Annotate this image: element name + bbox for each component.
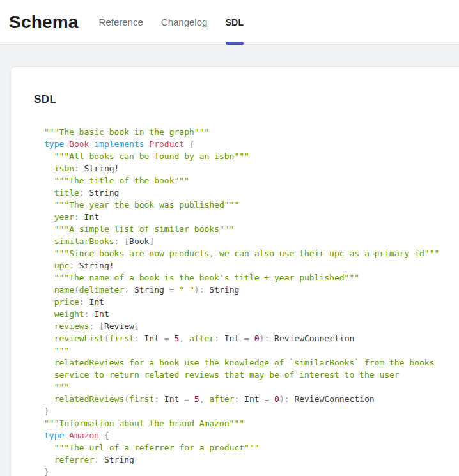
code-token: 0 (274, 394, 279, 404)
code-token: referrer (44, 455, 94, 464)
code-token (169, 334, 175, 343)
code-token: """The url of a referrer for a product""… (44, 443, 260, 452)
code-line: """ (44, 344, 446, 357)
code-token: Int (219, 334, 244, 343)
code-token: relatedReviews for a book use the knowle… (44, 358, 434, 367)
code-token: } (44, 406, 49, 416)
code-line: """Information about the brand Amazon""" (44, 417, 446, 429)
tab-bar: Reference Changelog SDL (90, 0, 253, 44)
code-line: relatedReviews(first: Int = 5, after: In… (44, 393, 446, 405)
code-token: { (189, 139, 194, 149)
code-line: """ (44, 381, 446, 393)
code-token: Book (129, 236, 149, 246)
code-token: Int (139, 334, 164, 343)
code-token: : (69, 261, 74, 270)
code-token: """All books can be found by an isbn""" (44, 151, 249, 161)
code-token: { (104, 431, 109, 440)
code-token: ReviewConnection (269, 334, 354, 343)
code-token: String! (79, 164, 120, 173)
code-token: """The title of the book""" (44, 176, 189, 185)
code-token: year (44, 212, 74, 222)
code-token: ): (260, 334, 270, 343)
code-line: """The name of a book is the book's titl… (44, 272, 446, 284)
code-token: name (44, 285, 74, 295)
code-token: : [ (114, 236, 129, 246)
sdl-heading: SDL (34, 93, 446, 107)
code-line: service to return related reviews that m… (44, 369, 446, 381)
code-line: year: Int (44, 211, 446, 223)
code-token: """Information about the brand Amazon""" (44, 418, 244, 428)
code-line: relatedReviews for a book use the knowle… (44, 357, 446, 369)
code-token: type (44, 139, 64, 149)
tab-reference[interactable]: Reference (90, 0, 152, 44)
code-token: = (169, 285, 175, 295)
code-token: similarBooks (44, 236, 114, 246)
code-token: ( (124, 394, 129, 404)
code-line: reviewList(first: Int = 5, after: Int = … (44, 332, 446, 344)
code-token: Int (239, 394, 264, 404)
code-token (184, 334, 189, 343)
code-line: similarBooks: [Book] (44, 235, 446, 247)
code-token: Int (79, 212, 99, 222)
code-token: weight (44, 309, 84, 319)
code-token: " " (179, 285, 194, 295)
code-line: title: String (44, 187, 446, 199)
code-token: , (179, 334, 184, 343)
code-token (189, 394, 194, 404)
code-token: Int (159, 394, 184, 404)
code-token: String (129, 285, 169, 295)
code-token: ] (134, 321, 139, 331)
code-token: 5 (194, 394, 199, 404)
code-line: upc: String! (44, 259, 446, 272)
code-token: first (129, 394, 154, 404)
code-token: """ (44, 346, 69, 355)
code-token: after (209, 394, 234, 404)
code-token: } (44, 467, 49, 476)
code-line: type Amazon { (44, 429, 446, 441)
code-token: after (189, 334, 214, 343)
code-token (64, 139, 69, 149)
code-token: Book (69, 139, 89, 149)
code-token: Review (104, 321, 134, 331)
code-token: price (44, 297, 79, 307)
code-token (249, 334, 254, 343)
code-line: } (44, 466, 446, 476)
code-token: ): (194, 285, 205, 295)
code-token: """The basic book in the graph""" (44, 127, 209, 137)
content-area: SDL """The basic book in the graph"""typ… (0, 45, 459, 476)
tab-sdl-label: SDL (225, 17, 244, 27)
code-token: String (99, 455, 134, 464)
code-token: """Since books are now products, we can … (44, 249, 439, 258)
code-token: ): (279, 394, 290, 404)
code-token: Amazon (69, 431, 99, 440)
code-token: ] (149, 236, 154, 246)
code-token: type (44, 431, 64, 440)
page-title: Schema (9, 12, 79, 33)
code-token (184, 139, 189, 149)
code-token: : (134, 334, 139, 343)
tab-sdl[interactable]: SDL (216, 0, 253, 44)
code-line: type Book implements Product { (44, 138, 446, 150)
code-token: String (205, 285, 240, 295)
tab-changelog[interactable]: Changelog (152, 0, 217, 44)
sdl-code: """The basic book in the graph"""type Bo… (44, 126, 446, 476)
code-line: """Since books are now products, we can … (44, 247, 446, 259)
code-token (64, 431, 69, 440)
code-token: : [ (89, 321, 104, 331)
code-token: relatedReviews (44, 394, 124, 404)
code-token: : (74, 164, 79, 173)
code-token: reviewList (44, 334, 104, 343)
code-token: """ (44, 382, 69, 392)
code-token: """A simple list of similar books""" (44, 224, 234, 234)
code-token: 0 (254, 334, 260, 343)
code-token: isbn (44, 164, 74, 173)
code-token: first (109, 334, 134, 343)
code-token: ( (104, 334, 109, 343)
tab-changelog-label: Changelog (161, 17, 208, 27)
code-token: Int (84, 297, 104, 307)
code-token: : (214, 334, 219, 343)
code-line: price: Int (44, 296, 446, 308)
code-token: : (79, 297, 84, 307)
code-line: """The basic book in the graph""" (44, 126, 446, 138)
code-line: """A simple list of similar books""" (44, 223, 446, 235)
